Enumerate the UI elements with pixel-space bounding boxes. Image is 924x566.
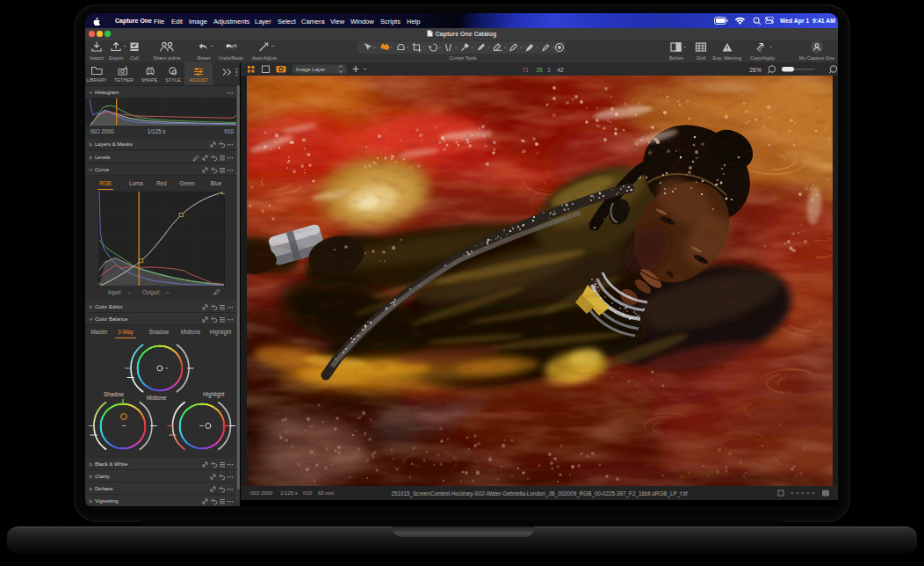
svg-text:26%: 26% xyxy=(749,67,762,73)
svg-text:35: 35 xyxy=(536,67,543,73)
svg-text:42: 42 xyxy=(557,67,564,73)
svg-text:71: 71 xyxy=(522,67,529,73)
svg-text:3: 3 xyxy=(547,67,551,73)
